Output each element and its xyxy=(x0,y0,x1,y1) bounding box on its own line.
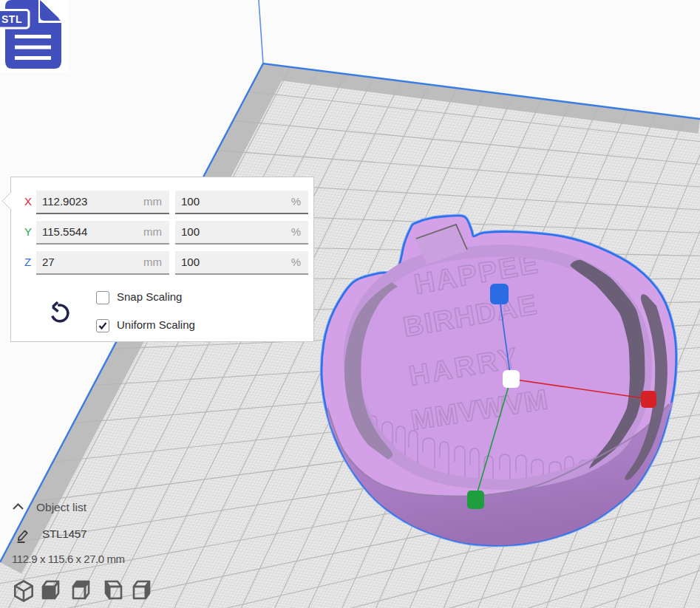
svg-text:STL: STL xyxy=(1,13,22,25)
